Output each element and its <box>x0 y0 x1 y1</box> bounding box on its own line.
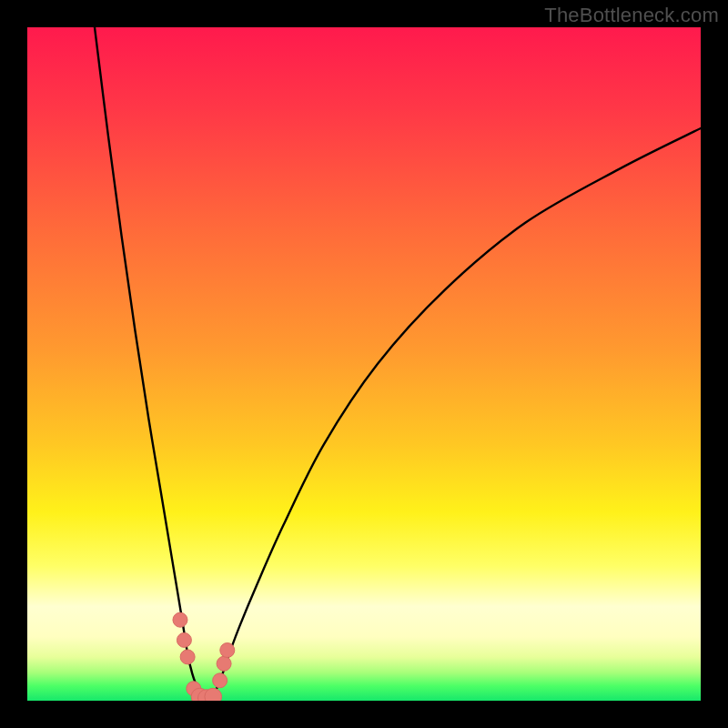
outer-frame: TheBottleneck.com <box>0 0 728 728</box>
data-marker <box>177 632 191 647</box>
data-marker <box>220 643 235 658</box>
curve-right-branch <box>213 128 702 697</box>
data-marker <box>217 656 231 671</box>
plot-area <box>27 27 701 701</box>
data-markers <box>173 612 235 701</box>
data-marker <box>180 650 195 664</box>
watermark-text: TheBottleneck.com <box>544 4 719 27</box>
data-marker <box>213 673 228 688</box>
data-marker <box>205 688 222 701</box>
curve-layer <box>27 27 701 701</box>
curve-left-branch <box>95 27 201 697</box>
data-marker <box>173 612 187 627</box>
